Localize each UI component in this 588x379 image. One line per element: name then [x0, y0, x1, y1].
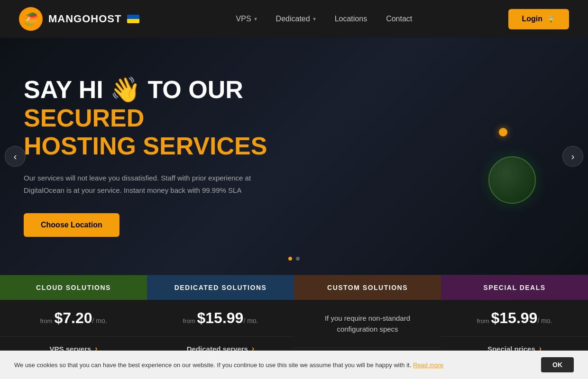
ukraine-flag-icon — [127, 15, 139, 23]
hero-subtitle: Our services will not leave you dissatis… — [24, 172, 251, 196]
cookie-ok-button[interactable]: OK — [541, 357, 574, 372]
logo-text: MANGOHOST — [48, 13, 121, 25]
slider-prev-button[interactable]: ‹ — [5, 146, 26, 167]
cookie-read-more-link[interactable]: Read more — [413, 361, 443, 369]
slider-dot-1[interactable] — [288, 257, 292, 261]
special-card-header: SPECIAL DEALS — [441, 275, 588, 300]
navbar-nav: VPS ▾ Dedicated ▾ Locations Contact — [236, 15, 413, 23]
special-card-price: from$15.99/ mo. — [441, 300, 588, 337]
logo-icon: 🥭 — [19, 7, 43, 31]
chevron-down-icon: ▾ — [254, 16, 257, 22]
cloud-card-header: CLOUD SOLUTIONS — [0, 275, 147, 300]
dedicated-card-price: from$15.99/ mo. — [147, 300, 294, 337]
nav-dedicated[interactable]: Dedicated ▾ — [276, 15, 316, 23]
nav-contact[interactable]: Contact — [386, 15, 412, 23]
hero-decoration — [455, 109, 550, 204]
globe-graphic — [455, 109, 550, 204]
custom-card-header: CUSTOM SOLUTIONS — [294, 275, 441, 300]
dedicated-card-header: DEDICATED SOLUTIONS — [147, 275, 294, 300]
cookie-banner: We use cookies so that you can have the … — [0, 351, 588, 379]
location-dot-icon — [499, 128, 507, 136]
choose-location-button[interactable]: Choose Location — [24, 213, 119, 237]
login-button[interactable]: Login 🔒 — [508, 9, 569, 29]
custom-card-body: If you require non-standard configuratio… — [294, 300, 441, 348]
hero-title: SAY HI 👋 TO OUR SECURED HOSTING SERVICES — [24, 76, 308, 161]
hero-section: SAY HI 👋 TO OUR SECURED HOSTING SERVICES… — [0, 38, 588, 275]
nav-locations[interactable]: Locations — [335, 15, 368, 23]
navbar-brand: 🥭 MANGOHOST — [19, 7, 139, 31]
cloud-card-price: from$7.20/ mo. — [0, 300, 147, 337]
globe-circle — [488, 156, 536, 204]
slider-dot-2[interactable] — [296, 257, 300, 261]
lock-icon: 🔒 — [546, 15, 556, 24]
cookie-message: We use cookies so that you can have the … — [14, 361, 532, 369]
nav-vps[interactable]: VPS ▾ — [236, 15, 257, 23]
hero-content: SAY HI 👋 TO OUR SECURED HOSTING SERVICES… — [24, 76, 308, 237]
navbar: 🥭 MANGOHOST VPS ▾ Dedicated ▾ Locations … — [0, 0, 588, 38]
chevron-down-icon: ▾ — [313, 16, 316, 22]
slider-dots — [288, 257, 300, 261]
slider-next-button[interactable]: › — [562, 146, 583, 167]
